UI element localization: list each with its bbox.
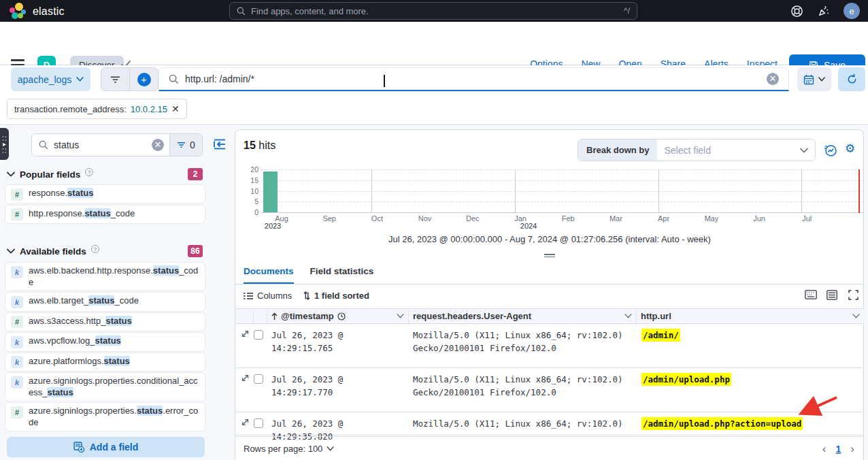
number-field-icon: #: [11, 208, 23, 220]
table-row[interactable]: Jul 26, 2023 @ 14:29:17.770Mozilla/5.0 (…: [235, 368, 864, 412]
field-filter-count-button[interactable]: 0: [169, 134, 202, 156]
grid-line-y-10: [261, 191, 863, 192]
available-fields-header[interactable]: Available fields ? 86: [7, 244, 203, 258]
field-item-response.status[interactable]: #response.status: [5, 185, 205, 203]
breakdown-control: Break down by Select field: [578, 139, 816, 161]
table-footer: Rows per page: 100 ‹ 1 ›: [235, 436, 864, 460]
x-axis-label-mar: Mar: [610, 214, 622, 223]
tab-field-statistics[interactable]: Field statistics: [310, 266, 374, 284]
field-item-azure.platformlogs.status[interactable]: kazure.platformlogs.status: [5, 353, 205, 372]
user-agent-header-label: request.headers.User-Agent: [413, 311, 531, 321]
query-input[interactable]: http.url: /admin/* ✕: [158, 67, 789, 91]
discover-app-window: elastic Find apps, content, and more. ^/…: [0, 0, 868, 460]
tabs-divider: [235, 284, 864, 284]
histogram-bar[interactable]: [263, 171, 278, 212]
fullscreen-icon[interactable]: [848, 290, 858, 300]
sort-fields-icon: [303, 291, 310, 300]
refresh-button[interactable]: [838, 67, 865, 91]
table-row[interactable]: Jul 26, 2023 @ 14:29:35.820Mozilla/5.0 (…: [235, 412, 864, 436]
grid-line-y-15: [261, 180, 863, 181]
row-checkbox[interactable]: [254, 418, 263, 428]
help-icon[interactable]: [790, 5, 803, 18]
keyword-field-icon: k: [11, 336, 23, 348]
y-axis-label-5: 5: [244, 197, 258, 206]
filter-pill-value: 10.0.2.15: [131, 104, 167, 114]
expand-row-icon[interactable]: [235, 368, 254, 412]
filter-icon[interactable]: [101, 68, 129, 91]
x-axis-year-2023: 2023: [265, 222, 281, 230]
next-page-icon[interactable]: ›: [850, 442, 854, 456]
http-url-column-header[interactable]: http.url: [637, 309, 864, 323]
gear-icon[interactable]: ⚙: [845, 142, 855, 156]
row-checkbox[interactable]: [254, 330, 263, 340]
field-item-azure.signinlogs.properties.conditional_access_status[interactable]: kazure.signinlogs.properties.conditional…: [5, 373, 205, 401]
sidebar-drag-handle[interactable]: [0, 128, 9, 160]
x-axis-label-apr: Apr: [658, 214, 669, 223]
user-agent-column-header[interactable]: request.headers.User-Agent: [409, 309, 637, 323]
table-row[interactable]: Jul 26, 2023 @ 14:29:15.765Mozilla/5.0 (…: [235, 324, 864, 368]
grid-line-x-jan: [515, 169, 516, 212]
chevron-down-icon[interactable]: [624, 314, 632, 318]
result-tabs: DocumentsField statistics: [244, 266, 373, 284]
list-icon: [244, 292, 253, 300]
user-avatar[interactable]: e: [844, 3, 860, 19]
add-field-icon: [73, 442, 84, 453]
x-axis-label-sep: Sep: [322, 214, 336, 223]
documents-table: Jul 26, 2023 @ 14:29:15.765Mozilla/5.0 (…: [235, 324, 864, 436]
chevron-down-icon: [800, 148, 808, 153]
row-checkbox[interactable]: [254, 374, 263, 384]
newsfeed-icon[interactable]: [817, 5, 830, 18]
field-name: aws.elb.backend.http.response.status_cod…: [29, 265, 199, 288]
x-axis-label-may: May: [704, 214, 718, 223]
date-picker-button[interactable]: [797, 67, 831, 91]
field-item-aws.vpcflow.log_status[interactable]: kaws.vpcflow.log_status: [5, 333, 205, 351]
columns-button[interactable]: Columns: [244, 291, 292, 301]
keyboard-icon[interactable]: [805, 290, 817, 299]
timestamp-cell: Jul 26, 2023 @ 14:29:15.765: [267, 324, 409, 367]
field-item-aws.elb.target_status_code[interactable]: kaws.elb.target_status_code: [5, 293, 205, 311]
time-range-end-marker: [858, 169, 860, 213]
expand-row-icon[interactable]: [235, 324, 254, 367]
previous-page-icon[interactable]: ‹: [822, 442, 827, 456]
user-agent-cell: Mozilla/5.0 (X11; Linux x86_64; rv:102.0…: [409, 412, 637, 435]
x-axis-label-feb: Feb: [562, 214, 575, 223]
timestamp-cell: Jul 26, 2023 @ 14:29:35.820: [267, 412, 409, 435]
popular-fields-header[interactable]: Popular fields ? 2: [7, 167, 203, 181]
filter-pill[interactable]: transaction.remote_address: 10.0.2.15 ✕: [7, 99, 187, 119]
x-axis-baseline: [261, 212, 863, 213]
chevron-down-icon[interactable]: [397, 314, 404, 318]
rows-per-page-selector[interactable]: Rows per page: 100: [244, 444, 334, 454]
timestamp-column-header[interactable]: @timestamp: [267, 309, 409, 323]
chevron-down-icon[interactable]: [852, 314, 860, 318]
remove-filter-icon[interactable]: ✕: [171, 103, 180, 114]
field-name: aws.s3access.http_status: [29, 316, 199, 327]
histogram-chart[interactable]: 05101520AugSepOctNovDecJanFebMarAprMayJu…: [235, 164, 864, 232]
expand-row-icon[interactable]: [235, 412, 254, 435]
field-item-azure.signinlogs.properties.status.error_code[interactable]: #azure.signinlogs.properties.status.erro…: [5, 403, 205, 431]
clear-query-icon[interactable]: ✕: [767, 73, 779, 85]
http-url-header-label: http.url: [641, 311, 671, 321]
clear-field-search-icon[interactable]: ✕: [152, 139, 164, 151]
field-search-input[interactable]: status ✕: [32, 134, 169, 156]
page-number[interactable]: 1: [836, 444, 841, 455]
collapse-sidebar-icon[interactable]: [212, 137, 227, 151]
breakdown-select[interactable]: Select field: [657, 139, 815, 161]
number-field-icon: #: [11, 188, 23, 201]
chart-resize-handle[interactable]: [544, 252, 555, 259]
field-item-aws.elb.backend.http.response.status_code[interactable]: kaws.elb.backend.http.response.status_co…: [5, 263, 205, 291]
field-item-http.response.status_code[interactable]: #http.response.status_code: [5, 206, 205, 224]
calendar-icon: [803, 74, 814, 85]
display-options-icon[interactable]: [827, 290, 837, 300]
pagination: ‹ 1 ›: [822, 442, 854, 456]
tab-documents[interactable]: Documents: [244, 266, 294, 284]
add-field-button[interactable]: Add a field: [7, 437, 205, 457]
chart-options-icon[interactable]: [824, 144, 837, 157]
elastic-logo[interactable]: elastic: [10, 3, 65, 20]
global-search-input[interactable]: Find apps, content, and more. ^/: [229, 2, 637, 20]
add-filter-button[interactable]: +: [129, 68, 158, 91]
sorted-fields-button[interactable]: 1 field sorted: [303, 291, 369, 301]
data-view-selector[interactable]: apache_logs: [11, 67, 90, 91]
y-axis-label-10: 10: [244, 187, 258, 195]
field-item-aws.s3access.http_status[interactable]: #aws.s3access.http_status: [5, 313, 205, 331]
popular-fields-title: Popular fields: [20, 169, 80, 180]
